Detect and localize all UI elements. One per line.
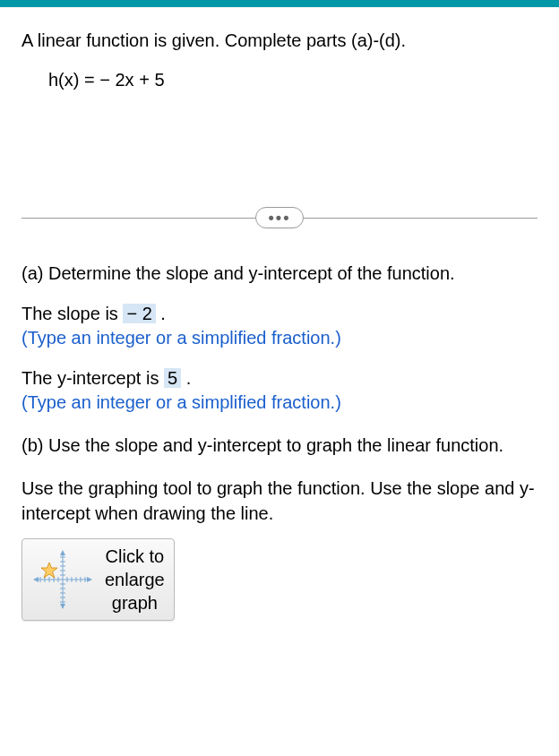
svg-marker-26 xyxy=(41,563,57,578)
intercept-suffix: . xyxy=(181,368,191,388)
section-divider: ••• xyxy=(22,207,538,228)
svg-marker-24 xyxy=(33,577,39,582)
slope-suffix: . xyxy=(156,304,166,323)
expand-divider-button[interactable]: ••• xyxy=(255,207,305,228)
graph-button-label: Click to enlarge graph xyxy=(105,545,165,614)
problem-equation: h(x) = − 2x + 5 xyxy=(48,70,538,90)
slope-prefix: The slope is xyxy=(22,304,123,323)
svg-marker-23 xyxy=(60,604,65,609)
part-a-heading: (a) Determine the slope and y-intercept … xyxy=(22,261,538,286)
content-area: A linear function is given. Complete par… xyxy=(0,7,559,640)
svg-marker-25 xyxy=(87,577,92,582)
svg-marker-22 xyxy=(60,550,65,555)
intercept-value[interactable]: 5 xyxy=(164,368,181,388)
part-b-instruction: Use the graphing tool to graph the funct… xyxy=(22,476,538,526)
part-b-heading: (b) Use the slope and y-intercept to gra… xyxy=(22,433,538,458)
graph-thumbnail-icon xyxy=(31,548,94,611)
slope-answer-line: The slope is − 2 . xyxy=(22,304,538,324)
intercept-hint: (Type an integer or a simplified fractio… xyxy=(22,392,538,413)
intercept-answer-line: The y-intercept is 5 . xyxy=(22,368,538,389)
slope-value[interactable]: − 2 xyxy=(123,304,155,323)
divider-line-left xyxy=(22,218,255,219)
intercept-prefix: The y-intercept is xyxy=(22,368,164,388)
graph-button-line3: graph xyxy=(112,593,158,613)
divider-line-right xyxy=(304,218,538,219)
graph-button-line1: Click to xyxy=(106,546,165,566)
slope-hint: (Type an integer or a simplified fractio… xyxy=(22,328,538,348)
enlarge-graph-button[interactable]: Click to enlarge graph xyxy=(22,538,175,621)
top-accent-bar xyxy=(0,0,559,7)
graph-button-line2: enlarge xyxy=(105,570,165,589)
problem-statement: A linear function is given. Complete par… xyxy=(22,27,538,54)
